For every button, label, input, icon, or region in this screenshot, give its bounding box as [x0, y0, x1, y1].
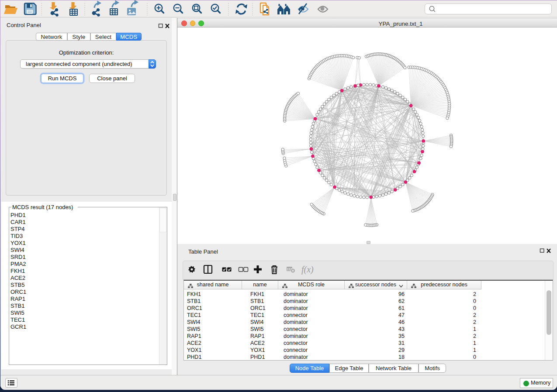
svg-text:f(x): f(x): [301, 265, 314, 275]
